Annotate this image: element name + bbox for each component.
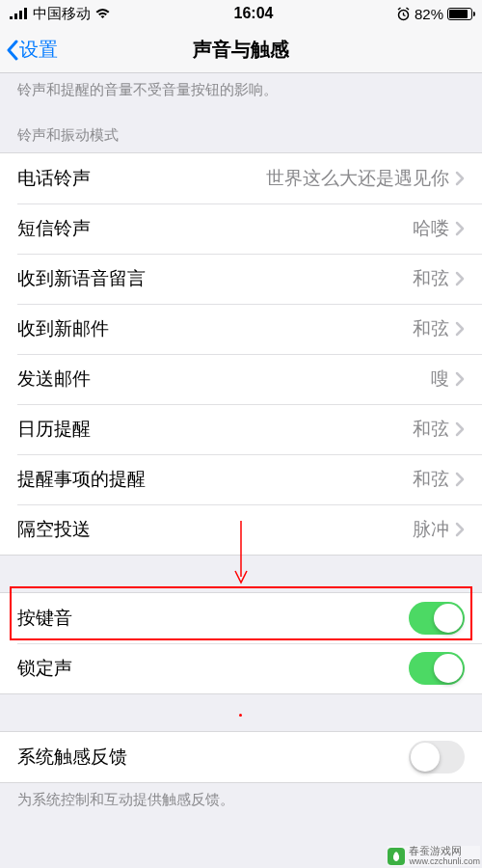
nav-bar: 设置 声音与触感 [0,27,482,73]
row-label: 电话铃声 [17,166,91,191]
status-bar: 中国移动 16:04 82% [0,0,482,27]
row-voicemail[interactable]: 收到新语音留言 和弦 [0,254,482,304]
row-label: 按键音 [17,606,72,631]
back-label: 设置 [19,37,58,63]
chevron-left-icon [6,40,19,61]
chevron-right-icon [455,321,465,337]
alarm-icon [396,7,411,21]
dot-annotation [239,714,242,717]
footer-note-volume: 铃声和提醒的音量不受音量按钮的影响。 [0,73,482,113]
page-title: 声音与触感 [0,37,482,63]
battery-percent: 82% [415,6,443,22]
row-label: 发送邮件 [17,366,91,392]
chevron-right-icon [455,371,465,387]
chevron-right-icon [455,221,465,236]
row-value: 脉冲 [91,517,449,542]
battery-icon [447,8,472,20]
chevron-right-icon [455,472,465,487]
haptic-list: 系统触感反馈 [0,731,482,783]
svg-rect-3 [24,8,27,19]
row-value: 和弦 [109,316,449,341]
row-calendar-alert[interactable]: 日历提醒 和弦 [0,404,482,454]
row-keyboard-click: 按键音 [0,593,482,643]
chevron-right-icon [455,421,465,437]
footer-note-haptic: 为系统控制和互动提供触感反馈。 [0,783,482,823]
row-label: 短信铃声 [17,216,91,241]
row-value: 和弦 [91,417,449,442]
watermark-logo-icon [388,848,405,865]
chevron-right-icon [455,171,465,186]
row-text-tone[interactable]: 短信铃声 哈喽 [0,203,482,254]
keyboard-click-toggle[interactable] [409,602,465,635]
row-new-mail[interactable]: 收到新邮件 和弦 [0,304,482,354]
row-system-haptics: 系统触感反馈 [0,732,482,782]
system-haptics-toggle[interactable] [409,741,465,773]
watermark: 春蚕游戏网 www.czchunli.com [388,846,480,866]
row-phone-ringtone[interactable]: 电话铃声 世界这么大还是遇见你 [0,153,482,203]
row-airdrop[interactable]: 隔空投送 脉冲 [0,504,482,555]
signal-icon [10,8,29,20]
wifi-icon [94,8,111,20]
watermark-url: www.czchunli.com [409,857,480,866]
row-label: 系统触感反馈 [17,745,127,770]
row-value: 和弦 [146,266,449,291]
row-sent-mail[interactable]: 发送邮件 嗖 [0,354,482,404]
row-label: 收到新语音留言 [17,266,146,291]
row-value: 和弦 [146,467,449,492]
carrier-label: 中国移动 [33,5,91,23]
svg-rect-1 [14,14,17,19]
row-value: 哈喽 [91,216,449,241]
svg-rect-0 [10,16,13,19]
row-reminder-alert[interactable]: 提醒事项的提醒 和弦 [0,454,482,504]
toggle-list: 按键音 锁定声 [0,592,482,694]
row-lock-sound: 锁定声 [0,643,482,693]
clock: 16:04 [111,5,396,22]
watermark-title: 春蚕游戏网 [409,846,480,857]
chevron-right-icon [455,522,465,537]
section-header-ringtone: 铃声和振动模式 [0,113,482,152]
back-button[interactable]: 设置 [6,37,58,63]
row-label: 提醒事项的提醒 [17,467,146,492]
lock-sound-toggle[interactable] [409,652,465,685]
sound-list: 电话铃声 世界这么大还是遇见你 短信铃声 哈喽 收到新语音留言 和弦 收到新邮件… [0,152,482,556]
svg-rect-2 [19,11,22,19]
chevron-right-icon [455,271,465,286]
row-value: 嗖 [91,366,449,392]
row-value: 世界这么大还是遇见你 [91,166,449,191]
row-label: 收到新邮件 [17,316,109,341]
row-label: 锁定声 [17,656,72,681]
row-label: 日历提醒 [17,417,91,442]
row-label: 隔空投送 [17,517,91,542]
